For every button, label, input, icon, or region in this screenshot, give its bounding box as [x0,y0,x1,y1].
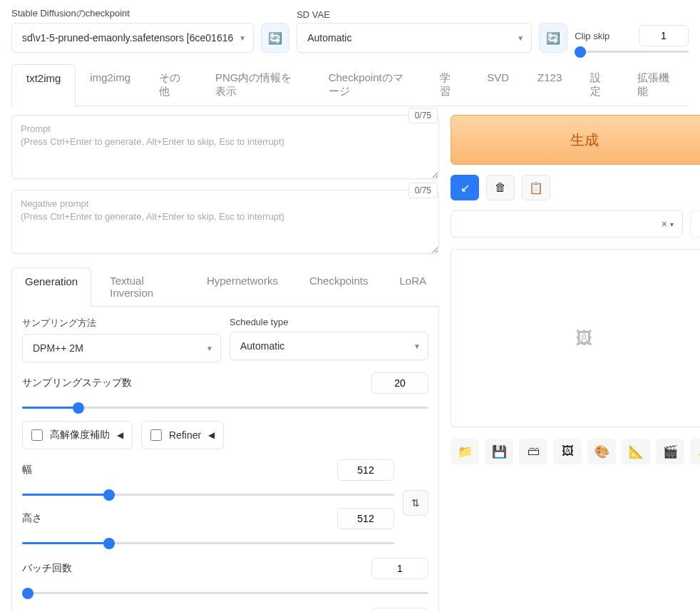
chevron-down-icon: ▼ [413,342,421,350]
neg-prompt-counter: 0/75 [408,183,438,198]
height-slider[interactable] [22,542,394,544]
chevron-down-icon: ▾ [670,220,674,228]
send-extras-button[interactable]: 📐 [622,439,650,464]
subtab-hypernetworks[interactable]: Hypernetworks [194,267,291,306]
main-tabs: txt2imgimg2imgその他PNG内の情報を表示Checkpointのマー… [11,64,689,106]
subtab-generation[interactable]: Generation [11,267,91,307]
schedule-select[interactable]: Automatic ▼ [230,332,428,360]
image-icon: 🖼 [562,444,574,459]
width-slider[interactable] [22,494,394,496]
sampler-select[interactable]: DPM++ 2M ▼ [22,334,221,362]
trash-icon: 🗑 [495,181,506,194]
chevron-down-icon: ▼ [206,345,213,352]
save-button[interactable]: 💾 [485,439,513,464]
clapper-icon: 🎬 [663,444,678,459]
checkpoint-select[interactable]: sd\v1-5-pruned-emaonly.safetensors [6ce0… [11,23,254,53]
batch-count-slider[interactable] [22,592,428,594]
triangle-left-icon: ◀ [208,430,215,440]
batch-count-label: バッチ回数 [22,562,72,575]
tab-SVD[interactable]: SVD [473,64,523,106]
tab-Checkpointのマージ[interactable]: Checkpointのマージ [314,64,426,106]
steps-input[interactable] [371,372,428,394]
image-placeholder-icon: 🖼 [576,328,593,348]
generate-button[interactable]: 生成 [451,115,700,165]
checkpoint-value: sd\v1-5-pruned-emaonly.safetensors [6ce0… [22,32,233,44]
steps-label: サンプリングステップ数 [22,377,132,389]
width-label: 幅 [22,464,32,476]
chevron-down-icon: ▼ [239,34,246,42]
neg-prompt-input[interactable] [11,190,439,254]
subtab-lora[interactable]: LoRA [386,267,439,306]
style-edit-button[interactable]: ✎ [690,210,700,238]
sampler-label: サンプリング方法 [22,317,221,330]
clear-button[interactable]: 🗑 [486,175,515,200]
chevron-down-icon: ▼ [517,34,524,42]
tab-txt2img[interactable]: txt2img [11,64,76,106]
sparkle-icon: ✨ [697,444,701,459]
ruler-icon: 📐 [629,444,644,459]
steps-slider[interactable] [22,407,428,409]
vae-label: SD VAE [297,9,532,20]
clipboard-icon: 📋 [529,181,543,195]
tab-学習[interactable]: 学習 [426,64,473,106]
interrogate-button[interactable]: ↙ [451,175,479,200]
send-inpaint-button[interactable]: 🎨 [587,439,616,464]
prompt-counter: 0/75 [408,108,438,123]
triangle-left-icon: ◀ [117,430,123,440]
vae-value: Automatic [307,32,351,44]
sub-tabs: GenerationTextual InversionHypernetworks… [11,267,439,307]
clip-skip-input[interactable] [639,25,689,46]
checkpoint-label: Stable Diffusionのcheckpoint [11,7,254,20]
refresh-checkpoint-button[interactable]: 🔄 [261,23,289,53]
tab-拡張機能[interactable]: 拡張機能 [623,64,689,106]
refiner-checkbox[interactable] [150,429,162,441]
batch-count-input[interactable] [371,558,428,579]
send-img2img-button[interactable]: 🖼 [553,439,582,464]
height-label: 高さ [22,512,42,525]
hires-checkbox[interactable] [31,429,43,441]
zip-button[interactable]: 🗃 [519,439,547,464]
tab-PNG内の情報を表示[interactable]: PNG内の情報を表示 [201,64,314,106]
height-input[interactable] [337,508,394,529]
schedule-label: Schedule type [230,317,428,327]
clip-skip-slider[interactable] [575,51,689,53]
upscale-button[interactable]: ✨ [690,439,700,464]
hires-toggle[interactable]: 高解像度補助 ◀ [22,421,133,449]
refresh-vae-button[interactable]: 🔄 [539,23,567,53]
swap-dimensions-button[interactable]: ⇅ [403,490,428,516]
prompt-input[interactable] [11,115,439,179]
subtab-checkpoints[interactable]: Checkpoints [297,267,381,306]
open-folder-button[interactable]: 📁 [451,439,479,464]
style-select[interactable]: × ▾ [451,210,683,238]
tab-その他[interactable]: その他 [145,64,201,106]
close-icon[interactable]: × [662,218,667,230]
send-svd-button[interactable]: 🎬 [656,439,684,464]
batch-size-input[interactable] [371,608,428,612]
vae-select[interactable]: Automatic ▼ [297,23,532,53]
width-input[interactable] [337,459,394,481]
palette-icon: 🎨 [595,444,609,459]
box-icon: 🗃 [527,444,540,459]
paste-button[interactable]: 📋 [522,175,550,200]
refiner-toggle[interactable]: Refiner ◀ [141,421,224,449]
tab-設定[interactable]: 設定 [576,64,623,106]
output-image-area: 🖼 [451,249,700,427]
tab-img2img[interactable]: img2img [76,64,145,106]
subtab-textual-inversion[interactable]: Textual Inversion [97,267,188,306]
folder-icon: 📁 [458,444,473,459]
save-icon: 💾 [492,444,507,459]
tab-Z123[interactable]: Z123 [523,64,576,106]
clip-skip-label: Clip skip [575,31,609,41]
